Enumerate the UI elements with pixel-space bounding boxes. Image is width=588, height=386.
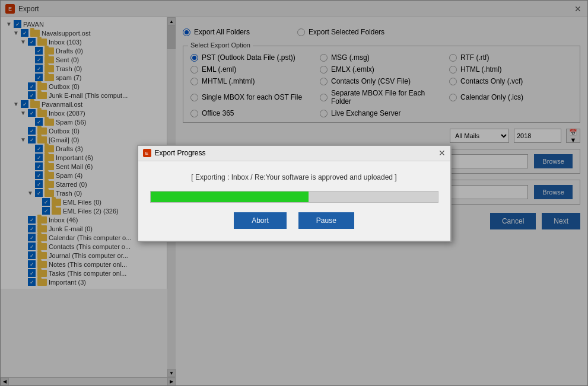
dialog-close-button[interactable]: ✕ — [438, 148, 446, 158]
export-progress-dialog: E Export Progress ✕ [ Exporting : Inbox … — [137, 145, 452, 242]
progress-bar-fill — [151, 192, 309, 202]
dialog-title: Export Progress — [155, 149, 206, 157]
abort-button[interactable]: Abort — [234, 212, 287, 229]
dialog-buttons-row: Abort Pause — [150, 212, 438, 229]
pause-button[interactable]: Pause — [298, 212, 354, 229]
progress-bar-container — [150, 191, 438, 203]
dialog-body: [ Exporting : Inbox / Re:Your software i… — [138, 161, 450, 241]
dialog-overlay: E Export Progress ✕ [ Exporting : Inbox … — [0, 0, 588, 386]
dialog-title-left: E Export Progress — [143, 149, 206, 157]
dialog-icon: E — [143, 149, 151, 157]
dialog-title-bar: E Export Progress ✕ — [138, 146, 450, 161]
exporting-status-text: [ Exporting : Inbox / Re:Your software i… — [150, 173, 438, 181]
